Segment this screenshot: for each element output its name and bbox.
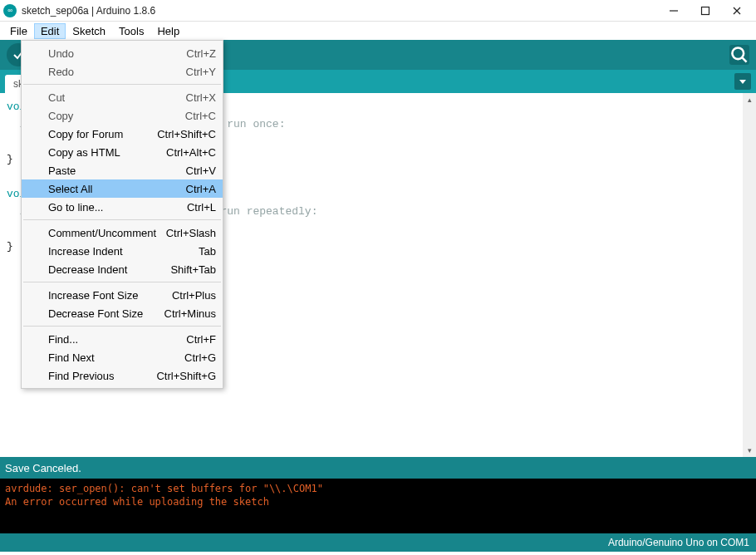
- svg-point-4: [732, 47, 744, 59]
- menu-item-label: Copy: [48, 110, 185, 122]
- menubar: File Edit Sketch Tools Help: [0, 22, 756, 40]
- menu-item-shortcut: Ctrl+A: [186, 183, 216, 195]
- menu-item-label: Find Previous: [48, 370, 156, 382]
- menu-item-label: Comment/Uncomment: [48, 227, 166, 239]
- menu-item-label: Decrease Font Size: [48, 307, 164, 320]
- menu-item-shortcut: Ctrl+Y: [186, 66, 216, 78]
- footer-bar: Arduino/Genuino Uno on COM1: [0, 533, 756, 552]
- menu-item-label: Go to line...: [48, 201, 187, 214]
- menu-item-label: Decrease Indent: [48, 263, 170, 276]
- menu-edit[interactable]: Edit: [34, 23, 66, 39]
- menu-separator: [23, 282, 221, 282]
- svg-line-5: [742, 57, 746, 61]
- menu-item-decrease-indent[interactable]: Decrease IndentShift+Tab: [22, 260, 223, 278]
- menu-separator: [23, 84, 221, 85]
- menu-item-increase-indent[interactable]: Increase IndentTab: [22, 242, 223, 260]
- menu-item-shortcut: Ctrl+Minus: [164, 307, 217, 320]
- console-output: avrdude: ser_open(): can't set buffers f…: [0, 479, 756, 533]
- menu-item-label: Redo: [48, 66, 186, 78]
- menu-tools[interactable]: Tools: [112, 23, 150, 39]
- menu-item-shortcut: Ctrl+C: [185, 110, 216, 122]
- menu-file[interactable]: File: [3, 23, 34, 39]
- code-text: }: [7, 153, 13, 165]
- menu-item-cut: CutCtrl+X: [22, 88, 223, 106]
- console-line: avrdude: ser_open(): can't set buffers f…: [5, 483, 323, 494]
- menu-item-find-next[interactable]: Find NextCtrl+G: [22, 348, 223, 366]
- console-line: An error occurred while uploading the sk…: [5, 496, 269, 508]
- menu-item-shortcut: Ctrl+Shift+C: [157, 128, 216, 140]
- menu-item-shortcut: Ctrl+Slash: [166, 227, 216, 239]
- menu-sketch[interactable]: Sketch: [66, 23, 112, 39]
- menu-item-increase-font-size[interactable]: Increase Font SizeCtrl+Plus: [22, 286, 223, 304]
- menu-item-copy: CopyCtrl+C: [22, 106, 223, 125]
- menu-item-label: Undo: [48, 47, 186, 60]
- menu-item-redo: RedoCtrl+Y: [22, 62, 223, 81]
- menu-item-copy-as-html[interactable]: Copy as HTMLCtrl+Alt+C: [22, 143, 223, 161]
- menu-item-copy-for-forum[interactable]: Copy for ForumCtrl+Shift+C: [22, 125, 223, 143]
- menu-separator: [23, 326, 221, 327]
- menu-item-paste[interactable]: PasteCtrl+V: [22, 161, 223, 179]
- menu-item-label: Cut: [48, 91, 186, 104]
- menu-item-label: Copy as HTML: [48, 146, 166, 159]
- tab-dropdown-button[interactable]: [734, 73, 751, 90]
- menu-item-shortcut: Ctrl+V: [186, 165, 216, 177]
- titlebar: ∞ sketch_sep06a | Arduino 1.8.6: [0, 0, 756, 22]
- maximize-button[interactable]: [690, 2, 721, 20]
- window-title: sketch_sep06a | Arduino 1.8.6: [22, 5, 658, 17]
- edit-menu-dropdown: UndoCtrl+ZRedoCtrl+YCutCtrl+XCopyCtrl+CC…: [21, 40, 223, 389]
- close-button[interactable]: [721, 2, 753, 20]
- menu-item-label: Find Next: [48, 351, 184, 364]
- menu-item-undo: UndoCtrl+Z: [22, 44, 223, 62]
- board-port-label: Arduino/Genuino Uno on COM1: [608, 537, 749, 548]
- menu-item-comment-uncomment[interactable]: Comment/UncommentCtrl+Slash: [22, 223, 223, 242]
- scroll-up-icon[interactable]: ▴: [743, 93, 756, 106]
- status-message: Save Canceled.: [5, 462, 81, 474]
- menu-item-shortcut: Shift+Tab: [170, 263, 216, 276]
- scroll-down-icon[interactable]: ▾: [743, 444, 756, 457]
- menu-item-find[interactable]: Find...Ctrl+F: [22, 330, 223, 348]
- menu-item-label: Find...: [48, 333, 186, 346]
- menu-item-shortcut: Ctrl+Shift+G: [156, 370, 216, 382]
- menu-item-select-all[interactable]: Select AllCtrl+A: [22, 179, 223, 198]
- arduino-app-icon: ∞: [3, 4, 17, 17]
- menu-item-shortcut: Ctrl+F: [186, 333, 216, 346]
- menu-item-label: Copy for Forum: [48, 128, 157, 140]
- menu-item-shortcut: Ctrl+G: [184, 351, 216, 364]
- menu-item-shortcut: Ctrl+Alt+C: [166, 146, 216, 159]
- svg-marker-6: [739, 80, 746, 84]
- menu-item-shortcut: Tab: [199, 245, 216, 258]
- menu-item-go-to-line[interactable]: Go to line...Ctrl+L: [22, 198, 223, 216]
- menu-item-label: Increase Indent: [48, 245, 199, 258]
- menu-item-shortcut: Ctrl+Plus: [172, 289, 216, 302]
- menu-item-shortcut: Ctrl+L: [187, 201, 216, 214]
- minimize-button[interactable]: [658, 2, 690, 20]
- menu-item-label: Increase Font Size: [48, 289, 172, 302]
- serial-monitor-button[interactable]: [729, 45, 749, 65]
- menu-item-decrease-font-size[interactable]: Decrease Font SizeCtrl+Minus: [22, 304, 223, 322]
- status-bar: Save Canceled.: [0, 457, 756, 479]
- menu-item-shortcut: Ctrl+Z: [186, 47, 216, 60]
- menu-item-label: Select All: [48, 183, 186, 195]
- menu-help[interactable]: Help: [150, 23, 186, 39]
- menu-item-find-previous[interactable]: Find PreviousCtrl+Shift+G: [22, 366, 223, 385]
- code-text: }: [7, 240, 13, 253]
- svg-rect-1: [702, 7, 709, 14]
- menu-separator: [23, 219, 221, 220]
- vertical-scrollbar[interactable]: ▴ ▾: [743, 93, 756, 457]
- menu-item-shortcut: Ctrl+X: [186, 91, 216, 104]
- menu-item-label: Paste: [48, 165, 186, 177]
